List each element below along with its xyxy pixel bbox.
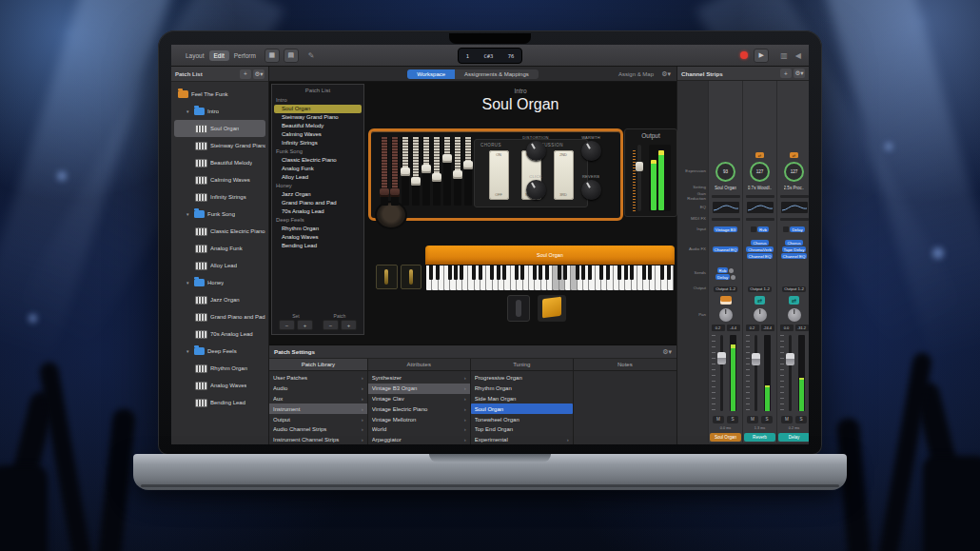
sidebar-item-grand-piano-and-pad[interactable]: Grand Piano and Pad: [174, 308, 265, 325]
drawbar-handle[interactable]: [401, 167, 410, 176]
library-item-tonewheel-organ[interactable]: Tonewheel Organ: [471, 414, 573, 424]
perform-mode-button[interactable]: Perform: [229, 50, 261, 61]
patch-list-item[interactable]: Beautiful Melody: [274, 122, 362, 130]
library-item-audio-channel-strips[interactable]: Audio Channel Strips›: [269, 424, 367, 435]
library-item-synthesizer[interactable]: Synthesizer›: [368, 373, 470, 384]
drawbars[interactable]: [381, 137, 472, 206]
patch-settings-menu[interactable]: ⚙▾: [662, 348, 672, 356]
mute-button[interactable]: M: [713, 416, 724, 423]
drawbar-handle[interactable]: [390, 188, 400, 197]
black-key[interactable]: [460, 266, 463, 280]
output-slot[interactable]: Output 1-2: [782, 286, 806, 292]
set-prev-button[interactable]: −: [279, 320, 295, 330]
reverb-knob[interactable]: [581, 180, 601, 200]
audio-fx-slot[interactable]: Chorus: [751, 240, 768, 246]
audio-fx-slot[interactable]: Channel EQ: [781, 253, 808, 259]
black-key[interactable]: [606, 266, 610, 280]
library-item-user-patches[interactable]: User Patches›: [269, 373, 367, 384]
tab-workspace[interactable]: Workspace: [407, 69, 455, 79]
assign-and-map-button[interactable]: Assign & Map: [618, 71, 654, 77]
black-key[interactable]: [581, 266, 585, 280]
pitch-mod-controls[interactable]: [376, 265, 421, 289]
solo-button[interactable]: S: [761, 416, 773, 423]
patch-list-item[interactable]: Steinway Grand Piano: [274, 113, 362, 122]
click-knob[interactable]: [526, 180, 546, 200]
disclosure-triangle-icon[interactable]: ▾: [186, 280, 191, 285]
output-fader[interactable]: [633, 145, 642, 211]
tab-tuning[interactable]: Tuning: [471, 359, 574, 370]
patch-list-item[interactable]: Soul Organ: [274, 105, 362, 113]
pan-knob[interactable]: [788, 308, 801, 322]
expression-knob[interactable]: 127: [750, 162, 770, 182]
workspace-action-menu[interactable]: ⚙▾: [661, 70, 671, 78]
controls-icon[interactable]: ▤: [284, 49, 299, 63]
solo-button[interactable]: S: [795, 416, 807, 423]
instrument-slot[interactable]: Vintage B3: [714, 226, 737, 232]
sidebar-item-soul-organ[interactable]: Soul Organ: [174, 120, 265, 137]
drawbar-9[interactable]: [464, 137, 472, 206]
library-item-side-man-organ[interactable]: Side Man Organ: [471, 394, 573, 404]
library-item-rhythm-organ[interactable]: Rhythm Organ: [471, 384, 573, 394]
black-key[interactable]: [472, 266, 476, 280]
sidebar-item-rhythm-organ[interactable]: Rhythm Organ: [174, 360, 265, 377]
drawbar-2[interactable]: [391, 137, 399, 206]
black-key[interactable]: [667, 266, 671, 280]
audio-fx-slot[interactable]: Chorus: [785, 240, 802, 246]
patch-list-item[interactable]: Alloy Lead: [274, 173, 362, 182]
sidebar-item-analog-funk[interactable]: Analog Funk: [174, 240, 265, 257]
drawbar-handle[interactable]: [432, 173, 441, 182]
eq-thumbnail[interactable]: [781, 202, 808, 213]
black-key[interactable]: [545, 266, 549, 280]
sidebar-item-calming-waves[interactable]: Calming Waves: [174, 171, 265, 188]
audio-fx-slot[interactable]: Channel EQ: [747, 253, 774, 259]
black-key[interactable]: [520, 266, 524, 280]
eq-thumbnail[interactable]: [713, 202, 739, 213]
mute-button[interactable]: M: [781, 416, 793, 423]
black-key[interactable]: [436, 266, 440, 280]
play-button[interactable]: ▶: [754, 49, 769, 63]
drawbar-handle[interactable]: [380, 188, 389, 197]
sidebar-item-classic-electric-piano[interactable]: Classic Electric Piano: [174, 223, 265, 240]
output-slot[interactable]: Output 1-2: [714, 286, 737, 292]
drawbar-handle[interactable]: [463, 161, 473, 169]
send-knob[interactable]: [731, 275, 735, 280]
library-item-output[interactable]: Output›: [269, 414, 367, 424]
send-knob[interactable]: [729, 268, 734, 273]
black-key[interactable]: [563, 266, 567, 280]
pitch-wheel-icon[interactable]: [376, 265, 398, 289]
tab-attributes[interactable]: Attributes: [368, 359, 471, 370]
sidebar-item-honey[interactable]: ▾Honey: [174, 274, 265, 291]
keyboard-keys[interactable]: [425, 265, 675, 291]
warmth-knob[interactable]: [581, 141, 601, 161]
drawbar-4[interactable]: [412, 137, 420, 206]
master-volume-icon[interactable]: ◀: [795, 51, 801, 60]
patch-list-screen-control[interactable]: Patch List IntroSoul OrganSteinway Grand…: [271, 84, 364, 335]
setting-name[interactable]: 0.7s Woodl..: [748, 186, 772, 190]
expression-knob[interactable]: 127: [784, 162, 804, 182]
midi-fx-slot[interactable]: [712, 218, 740, 221]
output-slot[interactable]: Output 1-2: [748, 286, 772, 292]
black-key[interactable]: [429, 266, 433, 280]
sidebar-item-alloy-lead[interactable]: Alloy Lead: [174, 257, 265, 274]
sidebar-item-bending-lead[interactable]: Bending Lead: [174, 394, 265, 411]
library-item-audio[interactable]: Audio›: [269, 384, 367, 394]
tab-notes[interactable]: Notes: [574, 359, 676, 370]
black-key[interactable]: [630, 266, 634, 280]
layout-grid-icon[interactable]: ▦: [265, 49, 280, 63]
sidebar-item-infinity-strings[interactable]: Infinity Strings: [174, 188, 265, 206]
expression-knob[interactable]: 93: [715, 162, 735, 182]
library-item-arpeggiator[interactable]: Arpeggiator›: [368, 435, 470, 444]
patch-next-button[interactable]: +: [341, 320, 357, 330]
patch-list-item[interactable]: Infinity Strings: [274, 139, 362, 148]
black-key[interactable]: [490, 266, 494, 280]
sidebar-item-feel-the-funk[interactable]: Feel The Funk: [174, 86, 265, 103]
mute-button[interactable]: M: [747, 416, 758, 423]
meter-icon[interactable]: ▥: [780, 51, 788, 60]
black-key[interactable]: [479, 266, 482, 280]
eq-thumbnail[interactable]: [747, 202, 774, 213]
black-key[interactable]: [599, 266, 603, 280]
library-item-instrument-channel-strips[interactable]: Instrument Channel Strips›: [269, 435, 367, 444]
audio-fx-slot[interactable]: Tape Delay: [782, 246, 807, 252]
library-item-vintage-mellotron[interactable]: Vintage Mellotron›: [368, 414, 470, 424]
patch-list-item[interactable]: Rhythm Organ: [274, 225, 362, 233]
